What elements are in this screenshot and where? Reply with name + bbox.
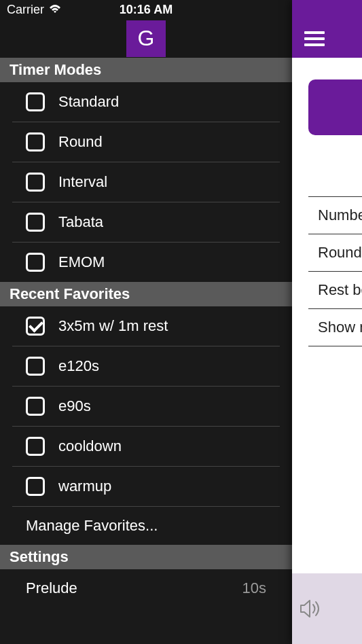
item-label: e90s — [58, 397, 266, 415]
item-value: 10s — [242, 579, 266, 597]
content-panel: Number Round d Rest bet Show ro — [292, 0, 362, 644]
content-header — [292, 19, 362, 58]
manage-favorites-button[interactable]: Manage Favorites... — [12, 507, 280, 545]
logo-area: G — [0, 19, 292, 58]
item-label: Standard — [58, 93, 266, 111]
status-bar: Carrier 10:16 AM — [0, 0, 292, 19]
item-label: EMOM — [58, 253, 266, 271]
checkbox-icon — [26, 437, 45, 456]
logo-text: G — [138, 26, 155, 51]
checkbox-icon — [26, 173, 45, 192]
item-label: Prelude — [26, 579, 242, 597]
checkbox-icon — [26, 132, 45, 151]
settings-list: Prelude 10s — [12, 569, 280, 607]
setting-row-show-rounds[interactable]: Show ro — [308, 309, 362, 346]
carrier-label: Carrier — [7, 3, 44, 17]
settings-rows: Number Round d Rest bet Show ro — [308, 196, 362, 346]
setting-row-round-duration[interactable]: Round d — [308, 234, 362, 272]
timer-mode-tabata[interactable]: Tabata — [12, 202, 280, 243]
timer-mode-round[interactable]: Round — [12, 122, 280, 162]
item-label: Round — [58, 133, 266, 151]
hamburger-menu-icon[interactable] — [304, 31, 325, 46]
checkbox-icon — [26, 477, 45, 496]
timer-mode-emom[interactable]: EMOM — [12, 243, 280, 282]
status-left: Carrier — [7, 3, 62, 17]
item-label: Interval — [58, 173, 266, 191]
section-header-settings: Settings — [0, 545, 292, 569]
item-label: Tabata — [58, 213, 266, 231]
recent-favorites-list: 3x5m w/ 1m rest e120s e90s cooldown warm… — [12, 306, 280, 545]
setting-row-rest-between[interactable]: Rest bet — [308, 272, 362, 309]
item-label: warmup — [58, 478, 266, 495]
item-label: e120s — [58, 357, 266, 375]
app-logo[interactable]: G — [126, 20, 166, 57]
content-body: Number Round d Rest bet Show ro — [292, 58, 362, 346]
timer-modes-list: Standard Round Interval Tabata EMOM — [12, 82, 280, 282]
checkbox-icon — [26, 253, 45, 272]
right-status-bar — [292, 0, 362, 19]
section-header-recent-favorites: Recent Favorites — [0, 282, 292, 306]
favorite-item[interactable]: 3x5m w/ 1m rest — [12, 306, 280, 346]
favorite-item[interactable]: warmup — [12, 467, 280, 507]
checkbox-icon — [26, 397, 45, 416]
favorite-item[interactable]: e90s — [12, 387, 280, 427]
main-sidebar-panel: Carrier 10:16 AM G Timer Modes Standard … — [0, 0, 292, 644]
bottom-toolbar — [292, 573, 362, 644]
timer-card[interactable] — [308, 79, 362, 135]
wifi-icon — [48, 5, 62, 14]
item-label: 3x5m w/ 1m rest — [58, 317, 266, 335]
checkbox-checked-icon — [26, 317, 45, 336]
favorite-item[interactable]: e120s — [12, 346, 280, 387]
setting-row-number[interactable]: Number — [308, 197, 362, 234]
checkbox-icon — [26, 357, 45, 376]
speaker-icon[interactable] — [299, 598, 323, 619]
timer-mode-standard[interactable]: Standard — [12, 82, 280, 122]
item-label: cooldown — [58, 437, 266, 455]
favorite-item[interactable]: cooldown — [12, 427, 280, 467]
section-header-timer-modes: Timer Modes — [0, 58, 292, 82]
status-time: 10:16 AM — [120, 3, 173, 17]
setting-prelude[interactable]: Prelude 10s — [12, 569, 280, 607]
checkbox-icon — [26, 213, 45, 232]
timer-mode-interval[interactable]: Interval — [12, 162, 280, 202]
checkbox-icon — [26, 92, 45, 111]
